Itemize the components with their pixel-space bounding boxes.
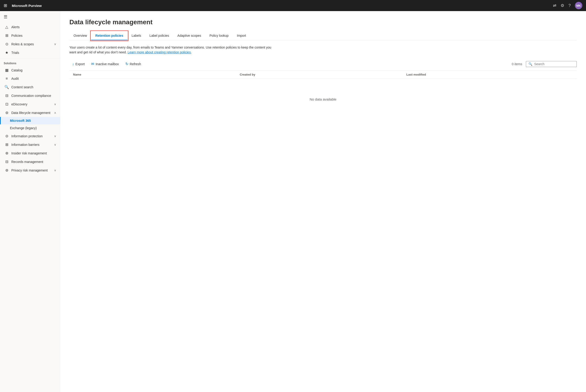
content-search-icon: 🔍 xyxy=(5,85,9,89)
page-title: Data lifecycle management xyxy=(69,18,577,26)
tab-label-policies[interactable]: Label policies xyxy=(145,32,173,40)
privacy-risk-icon: ⊚ xyxy=(5,168,9,172)
sidebar-item-content-search[interactable]: 🔍 Content search xyxy=(0,83,60,91)
catalog-icon: ▦ xyxy=(5,68,9,72)
info-protection-chevron-icon: ∨ xyxy=(54,134,56,138)
sidebar-item-audit[interactable]: ≡ Audit xyxy=(0,74,60,83)
data-lifecycle-chevron-icon: ∧ xyxy=(54,111,56,114)
connections-icon[interactable]: ⇌ xyxy=(553,3,556,8)
policies-icon: ⊞ xyxy=(5,33,9,38)
insider-risk-icon: ⊛ xyxy=(5,151,9,155)
page-description: Your users create a lot of content every… xyxy=(69,45,278,55)
sidebar-label-audit: Audit xyxy=(11,77,56,80)
ediscovery-icon: ⊡ xyxy=(5,102,9,106)
info-protection-icon: ⊝ xyxy=(5,134,9,138)
sidebar-label-catalog: Catalog xyxy=(11,68,56,72)
sidebar-label-trials: Trials xyxy=(11,51,56,54)
col-header-last-modified: Last modified xyxy=(406,73,573,76)
tab-policy-lookup[interactable]: Policy lookup xyxy=(205,32,233,40)
export-label: Export xyxy=(75,62,85,66)
privacy-risk-chevron-icon: ∨ xyxy=(54,169,56,172)
empty-state: No data available xyxy=(69,79,577,120)
tab-import[interactable]: Import xyxy=(233,32,250,40)
sidebar-sub-label-microsoft-365: Microsoft 365 xyxy=(10,119,31,122)
avatar[interactable]: MK xyxy=(575,2,582,9)
sidebar-item-privacy-risk[interactable]: ⊚ Privacy risk management ∨ xyxy=(0,166,60,174)
records-mgmt-icon: ⊟ xyxy=(5,160,9,164)
col-header-created-by: Created by xyxy=(240,73,406,76)
tab-retention-policies[interactable]: Retention policies xyxy=(91,32,127,40)
tabs-container: Overview Retention policies Labels Label… xyxy=(69,32,577,40)
search-input[interactable] xyxy=(534,62,574,66)
alerts-icon: △ xyxy=(5,25,9,29)
sidebar-item-policies[interactable]: ⊞ Policies xyxy=(0,31,60,40)
sidebar-label-alerts: Alerts xyxy=(11,25,56,29)
col-header-name: Name xyxy=(73,73,240,76)
sidebar-item-ediscovery[interactable]: ⊡ eDiscovery ∨ xyxy=(0,100,60,108)
search-box[interactable]: 🔍 xyxy=(526,61,577,67)
sidebar-item-roles-scopes[interactable]: ⊙ Roles & scopes ∨ xyxy=(0,40,60,48)
refresh-label: Refresh xyxy=(130,62,141,66)
empty-state-text: No data available xyxy=(310,97,336,101)
info-barriers-icon: ⊞ xyxy=(5,142,9,147)
sidebar-divider xyxy=(0,58,60,58)
tab-adaptive-scopes[interactable]: Adaptive scopes xyxy=(173,32,205,40)
sidebar-item-catalog[interactable]: ▦ Catalog xyxy=(0,66,60,74)
sidebar-label-info-barriers: Information barriers xyxy=(11,143,52,146)
data-lifecycle-icon: ⊜ xyxy=(5,110,9,115)
sidebar-label-insider-risk: Insider risk management xyxy=(11,152,56,155)
help-icon[interactable]: ? xyxy=(568,3,571,8)
sidebar-sub-label-exchange: Exchange (legacy) xyxy=(10,126,37,130)
settings-icon[interactable]: ⚙ xyxy=(560,3,564,8)
sidebar-item-trials[interactable]: ★ Trials xyxy=(0,48,60,57)
sidebar-item-insider-risk[interactable]: ⊛ Insider risk management xyxy=(0,149,60,158)
refresh-button[interactable]: ↻ Refresh xyxy=(123,60,144,68)
sidebar-label-comm-compliance: Communication compliance xyxy=(11,94,56,98)
trials-icon: ★ xyxy=(5,50,9,55)
items-count: 0 items xyxy=(512,62,522,66)
export-button[interactable]: ↓ Export xyxy=(69,60,88,68)
inactive-mailbox-icon: ✉ xyxy=(91,62,94,66)
sidebar-item-data-lifecycle[interactable]: ⊜ Data lifecycle management ∧ xyxy=(0,108,60,117)
sidebar-item-alerts[interactable]: △ Alerts xyxy=(0,23,60,31)
tab-labels[interactable]: Labels xyxy=(127,32,145,40)
sidebar-label-policies: Policies xyxy=(11,34,56,38)
table-header: Name Created by Last modified xyxy=(69,70,577,79)
layout: ☰ △ Alerts ⊞ Policies ⊙ Roles & scopes ∨… xyxy=(0,11,586,392)
export-icon: ↓ xyxy=(72,62,74,66)
sidebar-item-info-barriers[interactable]: ⊞ Information barriers ∨ xyxy=(0,140,60,149)
learn-more-link[interactable]: Learn more about creating retention poli… xyxy=(128,50,191,54)
roles-icon: ⊙ xyxy=(5,42,9,46)
sidebar-item-records-mgmt[interactable]: ⊟ Records management xyxy=(0,158,60,166)
sidebar-label-roles: Roles & scopes xyxy=(11,42,52,46)
hamburger-button[interactable]: ☰ xyxy=(0,11,60,23)
topbar-actions: ⇌ ⚙ ? MK xyxy=(553,2,582,9)
sidebar-sub-item-microsoft-365[interactable]: Microsoft 365 xyxy=(0,117,60,124)
inactive-mailbox-label: Inactive mailbox xyxy=(96,62,119,66)
sidebar-item-info-protection[interactable]: ⊝ Information protection ∨ xyxy=(0,132,60,140)
main-content: Data lifecycle management Overview Reten… xyxy=(60,11,586,392)
sidebar-label-records-mgmt: Records management xyxy=(11,160,56,164)
sidebar-label-data-lifecycle: Data lifecycle management xyxy=(11,111,52,115)
solutions-section-label: Solutions xyxy=(0,60,60,66)
sidebar-item-comm-compliance[interactable]: ⊟ Communication compliance xyxy=(0,91,60,100)
ediscovery-chevron-icon: ∨ xyxy=(54,102,56,106)
sidebar-label-ediscovery: eDiscovery xyxy=(11,102,52,106)
tab-overview[interactable]: Overview xyxy=(69,32,91,40)
sidebar: ☰ △ Alerts ⊞ Policies ⊙ Roles & scopes ∨… xyxy=(0,11,60,392)
sidebar-label-privacy-risk: Privacy risk management xyxy=(11,168,52,172)
apps-grid-icon[interactable]: ⊞ xyxy=(4,3,7,8)
comm-compliance-icon: ⊟ xyxy=(5,94,9,98)
audit-icon: ≡ xyxy=(5,76,9,81)
topbar: ⊞ Microsoft Purview ⇌ ⚙ ? MK xyxy=(0,0,586,11)
info-barriers-chevron-icon: ∨ xyxy=(54,143,56,146)
roles-chevron-icon: ∨ xyxy=(54,42,56,46)
refresh-icon: ↻ xyxy=(125,62,128,66)
search-icon: 🔍 xyxy=(528,62,532,66)
toolbar: ↓ Export ✉ Inactive mailbox ↻ Refresh 0 … xyxy=(69,60,577,70)
sidebar-sub-item-exchange-legacy[interactable]: Exchange (legacy) xyxy=(0,124,60,132)
app-title: Microsoft Purview xyxy=(12,4,550,8)
sidebar-label-content-search: Content search xyxy=(11,85,56,89)
inactive-mailbox-button[interactable]: ✉ Inactive mailbox xyxy=(88,60,121,68)
sidebar-label-info-protection: Information protection xyxy=(11,134,52,138)
